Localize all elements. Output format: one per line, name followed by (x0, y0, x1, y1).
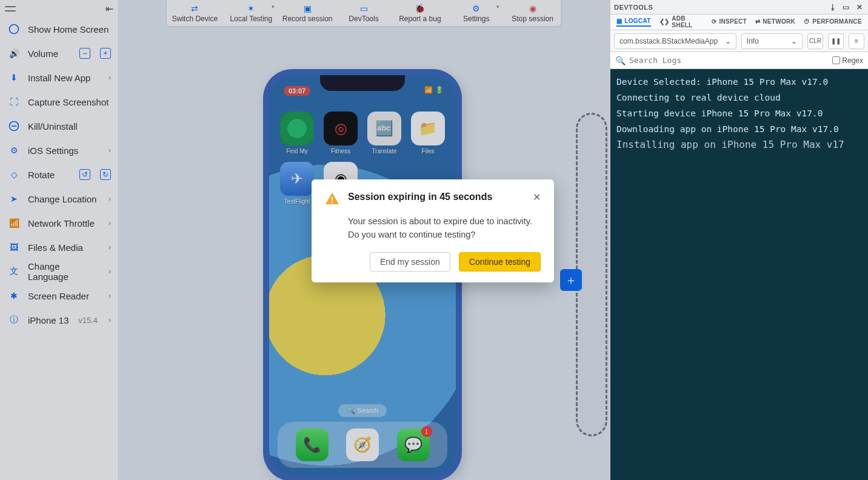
devtools-button[interactable]: ▭ DevTools (336, 0, 392, 26)
sidebar-item-label: Change Location (28, 194, 101, 204)
tab-icon: ⏱ (804, 18, 810, 25)
toolbar-label: DevTools (349, 15, 378, 23)
devtools-search-row: 🔍 Regex (610, 52, 868, 69)
rotate-cw-button[interactable]: ↻ (100, 169, 111, 180)
add-fab-button[interactable]: ＋ (560, 269, 582, 291)
dock-icon[interactable]: ▭ (841, 2, 851, 12)
app-icon: 📁 (411, 112, 445, 145)
window-icon: ▭ (360, 4, 368, 13)
package-select[interactable]: com.bsstack.BStackMediaApp ⌄ (614, 33, 736, 49)
gear-icon: ⚙ (7, 144, 21, 157)
search-icon: 🔍 (615, 56, 626, 65)
app-fitness[interactable]: ◎Fitness (321, 112, 360, 155)
chevron-right-icon: › (109, 219, 111, 227)
location-icon: ➤ (7, 192, 21, 205)
local-testing-button[interactable]: ✶ ▾ Local Testing (223, 0, 279, 26)
volume-up-button[interactable]: + (100, 48, 111, 59)
volume-icon: 🔊 (7, 47, 21, 60)
app-translate[interactable]: 🔤Translate (365, 112, 404, 155)
gear-icon: ⚙ (472, 4, 480, 13)
continue-testing-button[interactable]: Continue testing (459, 252, 541, 272)
dock-app-safari[interactable]: 🧭 (346, 428, 379, 461)
sidebar-item-home[interactable]: Show Home Screen (0, 17, 118, 41)
shuffle-icon: ✶ (247, 4, 255, 13)
sidebar-item-label: iOS Settings (28, 145, 101, 156)
sidebar: ⇤ Show Home Screen 🔊 Volume – + ⬇ Instal… (0, 0, 119, 480)
sidebar-item-label: Files & Media (28, 242, 101, 253)
toolbar-label: Stop session (512, 15, 553, 23)
record-session-button[interactable]: ▣ Record session (279, 0, 336, 26)
sidebar-item-files[interactable]: 🖼 Files & Media › (0, 235, 118, 259)
sidebar-item-ios-settings[interactable]: ⚙ iOS Settings › (0, 138, 118, 162)
chevron-down-icon: ▾ (496, 4, 499, 10)
phone-dock: 📞🧭💬1 (278, 422, 447, 468)
chevron-right-icon: › (109, 267, 111, 276)
app-find-my[interactable]: Find My (278, 112, 316, 155)
sidebar-item-label: Show Home Screen (28, 24, 111, 35)
sidebar-item-location[interactable]: ➤ Change Location › (0, 187, 118, 211)
devtools-tab-performance[interactable]: ⏱PERFORMANCE (804, 18, 862, 26)
sidebar-item-screenshot[interactable]: ⛶ Capture Screenshot (0, 90, 118, 114)
sidebar-item-language[interactable]: 文 Change Language › (0, 259, 118, 284)
toolbar-label: Record session (282, 15, 333, 23)
svg-rect-3 (332, 197, 333, 201)
toolbar-label: Settings (463, 15, 489, 23)
sidebar-item-label: Rotate (28, 170, 72, 180)
log-level-select[interactable]: Info ⌄ (741, 33, 803, 49)
home-search-pill[interactable]: 🔍 Search (338, 404, 387, 417)
sidebar-item-label: Network Throttle (28, 218, 101, 228)
settings-button[interactable]: ⚙ ▾ Settings (448, 0, 504, 26)
devtools-tab-network[interactable]: ⇄NETWORK (755, 18, 795, 26)
modal-close-button[interactable]: ✕ (533, 192, 541, 203)
sidebar-item-screenreader[interactable]: ✱ Screen Reader › (0, 284, 118, 308)
chevron-right-icon: › (109, 73, 111, 82)
devtools-tab-inspect[interactable]: ⟳INSPECT (712, 18, 747, 26)
sidebar-item-device-info[interactable]: ⓘ iPhone 13 v15.4 › (0, 308, 118, 332)
dock-app-phoneapp[interactable]: 📞 (296, 428, 329, 461)
sidebar-item-kill[interactable]: Kill/Uninstall (0, 114, 118, 138)
drag-handle-icon[interactable] (5, 4, 16, 13)
clear-logs-button[interactable]: CLR (807, 33, 823, 49)
sidebar-item-rotate: ◇ Rotate ↺ ↻ (0, 162, 118, 187)
minus-circle-icon (7, 119, 21, 133)
status-icons: 📶🔋 (424, 86, 444, 94)
app-testflight[interactable]: ✈TestFlight (278, 162, 316, 205)
devtools-tab-adb-shell[interactable]: ❮❯ADB SHELL (659, 15, 704, 30)
chevron-down-icon: ⌄ (725, 37, 731, 45)
search-logs-input[interactable] (629, 56, 829, 65)
log-output[interactable]: Device Selected: iPhone 15 Pro Max v17.0… (610, 69, 868, 480)
pause-logs-button[interactable]: ❚❚ (828, 33, 844, 49)
sidebar-item-install[interactable]: ⬇ Install New App › (0, 65, 118, 90)
stop-session-button[interactable]: ◉ Stop session (504, 0, 561, 26)
switch-device-button[interactable]: ⇄ Switch Device (167, 0, 223, 26)
bug-icon: 🐞 (415, 4, 425, 13)
devtools-tab-logcat[interactable]: ▦LOGCAT (616, 18, 651, 27)
tab-label: ADB SHELL (672, 15, 703, 28)
volume-down-button[interactable]: – (79, 48, 90, 59)
app-files[interactable]: 📁Files (409, 112, 447, 155)
regex-toggle[interactable]: Regex (832, 56, 863, 65)
devtools-tabs: ▦LOGCAT❮❯ADB SHELL⟳INSPECT⇄NETWORK⏱PERFO… (610, 15, 868, 30)
chevron-right-icon: › (109, 195, 111, 203)
rotate-ccw-button[interactable]: ↺ (79, 169, 90, 180)
app-label: Fitness (331, 148, 350, 155)
dock-app-messages[interactable]: 💬1 (397, 428, 430, 461)
sidebar-item-network[interactable]: 📶 Network Throttle › (0, 211, 118, 235)
download-icon[interactable]: ⭳ (828, 2, 838, 12)
chevron-right-icon: › (109, 292, 111, 300)
tab-label: LOGCAT (624, 18, 650, 24)
wrap-logs-button[interactable]: ≡ (849, 33, 864, 49)
translate-icon: 文 (7, 265, 21, 278)
toolbar-label: Report a bug (399, 15, 441, 23)
chevron-right-icon: › (109, 146, 111, 155)
modal-title: Session expiring in 45 seconds (348, 192, 524, 202)
end-session-button[interactable]: End my session (370, 252, 450, 272)
collapse-icon[interactable]: ⇤ (105, 3, 113, 15)
regex-checkbox[interactable] (832, 56, 840, 64)
tab-icon: ❮❯ (659, 18, 670, 25)
chevron-right-icon: › (109, 243, 111, 252)
sidebar-item-label: Volume (28, 48, 72, 59)
close-icon[interactable]: ✕ (855, 2, 864, 12)
report-bug-button[interactable]: 🐞 Report a bug (392, 0, 448, 26)
app-label: Find My (286, 148, 308, 155)
